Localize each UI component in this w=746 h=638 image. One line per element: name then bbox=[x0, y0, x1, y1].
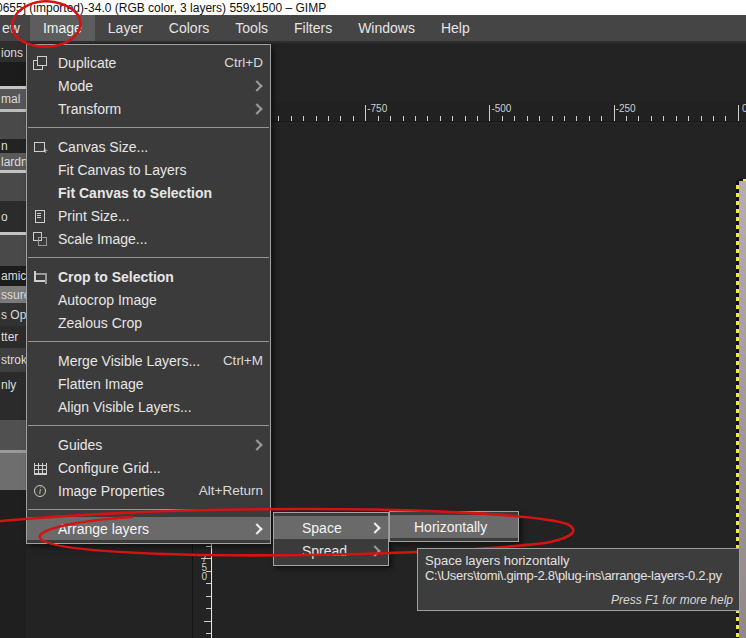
ruler-tick bbox=[390, 116, 391, 121]
ruler-tick bbox=[291, 116, 292, 121]
ruler-tick bbox=[465, 116, 466, 121]
menu-item-label: Print Size... bbox=[58, 208, 130, 224]
menu-item-space[interactable]: Space bbox=[274, 516, 388, 539]
icon-spacer bbox=[32, 521, 48, 537]
menu-item-spread[interactable]: Spread bbox=[274, 539, 388, 562]
menu-item-autocrop-image[interactable]: Autocrop Image bbox=[27, 288, 270, 311]
menu-item-fit-canvas-to-selection[interactable]: Fit Canvas to Selection bbox=[27, 181, 270, 204]
menu-item-guides[interactable]: Guides bbox=[27, 433, 270, 456]
submenu-arrow-icon bbox=[369, 522, 380, 533]
ruler-tick bbox=[489, 105, 490, 121]
menu-item-duplicate[interactable]: DuplicateCtrl+D bbox=[27, 51, 270, 74]
dock-band bbox=[0, 453, 26, 490]
ruler-label-250: -250 bbox=[616, 103, 636, 114]
menu-item-align-visible-layers[interactable]: Align Visible Layers... bbox=[27, 395, 270, 418]
menu-item-horizontally[interactable]: Horizontally bbox=[390, 515, 518, 538]
ruler-tick bbox=[204, 621, 211, 622]
plugin-tooltip: Space layers horizontally C:\Users\tomi\… bbox=[417, 548, 740, 611]
icon-spacer bbox=[32, 185, 48, 201]
ruler-tick bbox=[688, 116, 689, 121]
vertical-ruler[interactable]: 750 bbox=[193, 543, 212, 638]
window-titlebar[interactable]: 0655] (imported)-34.0 (RGB color, 3 laye… bbox=[0, 0, 746, 15]
menu-item-label: Merge Visible Layers... bbox=[58, 353, 200, 369]
dock-fragment-s-op[interactable]: s Op bbox=[0, 303, 26, 326]
ruler-tick bbox=[638, 116, 639, 121]
shortcut-label: Ctrl+M bbox=[223, 353, 263, 368]
submenu-arrow-icon bbox=[251, 523, 262, 534]
menu-item-flatten-image[interactable]: Flatten Image bbox=[27, 372, 270, 395]
menu-item-label: Duplicate bbox=[58, 55, 116, 71]
ruler-tick bbox=[663, 116, 664, 121]
ruler-tick bbox=[415, 116, 416, 121]
dock-fragment-mal[interactable]: mal bbox=[0, 89, 26, 109]
left-dock-sliver: ionsmalnlardnoamicsssures Optterstroknly bbox=[0, 43, 26, 638]
ruler-tick bbox=[539, 116, 540, 121]
ruler-tick bbox=[353, 116, 354, 121]
grid-icon bbox=[32, 460, 48, 476]
menu-item-label: Horizontally bbox=[414, 519, 487, 535]
dock-fragment-n[interactable]: n bbox=[0, 139, 26, 153]
ruler-tick bbox=[527, 116, 528, 121]
dock-fragment-ssure[interactable]: ssure bbox=[0, 286, 26, 303]
image-menu-dropdown: DuplicateCtrl+DModeTransformCanvas Size.… bbox=[26, 44, 271, 544]
space-submenu: Horizontally bbox=[389, 511, 519, 542]
ruler-tick bbox=[403, 116, 404, 121]
menu-item-arrange-layers[interactable]: Arrange layers bbox=[27, 517, 270, 540]
submenu-arrow-icon bbox=[369, 545, 380, 556]
icon-spacer bbox=[32, 437, 48, 453]
ruler-tick bbox=[340, 116, 341, 121]
arrange-layers-submenu: SpaceSpread bbox=[273, 512, 389, 566]
image-layer-strip[interactable] bbox=[739, 181, 746, 638]
dock-band bbox=[0, 420, 26, 450]
ruler-tick bbox=[738, 105, 739, 121]
dock-fragment-nly[interactable]: nly bbox=[0, 372, 26, 398]
menubar-item-image[interactable]: Image bbox=[30, 15, 95, 41]
window-title: 0655] (imported)-34.0 (RGB color, 3 laye… bbox=[0, 1, 326, 15]
ruler-label-0: 0 bbox=[742, 103, 746, 114]
ruler-tick bbox=[206, 571, 211, 572]
menu-item-zealous-crop[interactable]: Zealous Crop bbox=[27, 311, 270, 334]
dock-fragment-amics[interactable]: amics bbox=[0, 266, 26, 286]
menubar-item-colors[interactable]: Colors bbox=[156, 15, 222, 41]
ruler-label-750: -750 bbox=[367, 103, 387, 114]
menubar: ewImageLayerColorsToolsFiltersWindowsHel… bbox=[0, 15, 746, 43]
menu-item-configure-grid[interactable]: Configure Grid... bbox=[27, 456, 270, 479]
ruler-tick bbox=[206, 608, 211, 609]
menu-item-label: Crop to Selection bbox=[58, 269, 174, 285]
menu-item-print-size[interactable]: Print Size... bbox=[27, 204, 270, 227]
menu-item-transform[interactable]: Transform bbox=[27, 97, 270, 120]
dock-fragment-lardn[interactable]: lardn bbox=[0, 153, 26, 170]
dock-fragment-strok[interactable]: strok bbox=[0, 348, 26, 372]
ruler-tick bbox=[514, 116, 515, 121]
menu-item-canvas-size[interactable]: Canvas Size... bbox=[27, 135, 270, 158]
submenu-arrow-icon bbox=[251, 80, 262, 91]
ruler-tick bbox=[328, 116, 329, 121]
icon-spacer bbox=[32, 315, 48, 331]
ruler-label-500: -500 bbox=[491, 103, 511, 114]
menu-item-merge-visible-layers[interactable]: Merge Visible Layers...Ctrl+M bbox=[27, 349, 270, 372]
menu-item-mode[interactable]: Mode bbox=[27, 74, 270, 97]
dock-fragment-o[interactable]: o bbox=[0, 201, 26, 232]
icon-spacer bbox=[32, 376, 48, 392]
dock-fragment-ions[interactable]: ions bbox=[0, 43, 26, 62]
menu-item-crop-to-selection[interactable]: Crop to Selection bbox=[27, 265, 270, 288]
menubar-item-filters[interactable]: Filters bbox=[281, 15, 345, 41]
dock-band bbox=[0, 112, 26, 139]
menu-item-image-properties[interactable]: Image PropertiesAlt+Return bbox=[27, 479, 270, 502]
menubar-item-ew[interactable]: ew bbox=[0, 15, 30, 41]
shortcut-label: Alt+Return bbox=[199, 483, 263, 498]
menubar-item-windows[interactable]: Windows bbox=[345, 15, 428, 41]
menubar-item-tools[interactable]: Tools bbox=[222, 15, 281, 41]
ruler-tick bbox=[278, 116, 279, 121]
dock-band bbox=[0, 173, 26, 201]
menu-item-scale-image[interactable]: Scale Image... bbox=[27, 227, 270, 250]
menubar-item-help[interactable]: Help bbox=[428, 15, 483, 41]
canvas-size-icon bbox=[32, 139, 48, 155]
menu-item-fit-canvas-to-layers[interactable]: Fit Canvas to Layers bbox=[27, 158, 270, 181]
menu-item-label: Configure Grid... bbox=[58, 460, 161, 476]
ruler-tick bbox=[614, 105, 615, 121]
menubar-item-layer[interactable]: Layer bbox=[95, 15, 156, 41]
ruler-tick bbox=[601, 116, 602, 121]
dock-fragment-tter[interactable]: tter bbox=[0, 326, 26, 348]
crop-icon bbox=[32, 269, 48, 285]
